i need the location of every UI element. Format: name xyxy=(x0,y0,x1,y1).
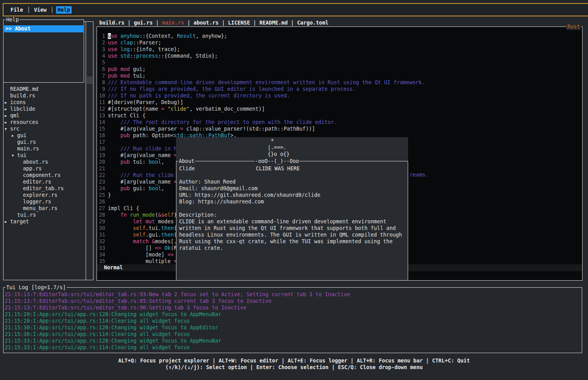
explorer-scrollbar-track[interactable] xyxy=(86,21,93,280)
tree-item-gui[interactable]: ▶gui xyxy=(12,132,26,139)
editor-tab-bar: build.rs | gui.rs | main.rs | about.rs |… xyxy=(99,19,329,26)
code-token: pub xyxy=(108,66,117,72)
tree-item-src[interactable]: ▼src xyxy=(5,125,19,132)
line-number: 28 xyxy=(99,212,105,218)
tree-item-icons[interactable]: ▶icons xyxy=(5,99,26,106)
tab-readme-md[interactable]: README.md xyxy=(259,20,288,26)
tab-separator: | xyxy=(250,20,259,26)
tab-license[interactable]: LICENSE xyxy=(228,20,250,26)
code-line: 20 pub tui: bool, xyxy=(99,159,164,165)
tree-item-app-rs[interactable]: app.rs xyxy=(18,165,42,172)
menu-item-view[interactable]: View xyxy=(32,6,48,14)
chevron-right-icon[interactable]: ▶ xyxy=(5,106,10,113)
code-token: bool xyxy=(149,186,161,191)
tree-item-menu-bar-rs[interactable]: menu_bar.rs xyxy=(18,205,58,212)
tree-item-explorer-rs[interactable]: explorer.rs xyxy=(18,192,58,198)
code-token: [] xyxy=(108,245,155,251)
tree-item-logger-rs[interactable]: logger.rs xyxy=(18,198,51,205)
code-token: /// Run the clide xyxy=(108,172,177,178)
code-token: #[derive(Parser, Debug)] xyxy=(108,99,183,105)
log-entry: 21:15:13:T:EditorTab:src/tui/editor_tab.… xyxy=(5,304,246,311)
code-token: gui: xyxy=(130,186,148,191)
code-token: /// Extendable command-line driven devel… xyxy=(108,80,425,85)
code-token: self xyxy=(133,232,146,238)
about-content-line xyxy=(179,172,405,179)
chevron-down-icon[interactable]: ▼ xyxy=(5,126,10,133)
code-token: pub xyxy=(120,159,130,165)
tree-item-editor-rs[interactable]: editor.rs xyxy=(18,179,51,185)
menu-item-help[interactable]: Help xyxy=(56,6,72,14)
code-token: = xyxy=(180,126,183,132)
chevron-down-icon[interactable]: ▼ xyxy=(12,152,17,159)
tree-item-tui-rs[interactable]: tui.rs xyxy=(12,212,36,218)
tree-item-editor-tab-rs[interactable]: editor_tab.rs xyxy=(18,185,64,192)
code-token: clap::value_parser!(std::path::PathBuf))… xyxy=(183,126,315,132)
code-token xyxy=(108,232,133,238)
about-content-line: Rust using the cxx-qt crate, while the T… xyxy=(179,238,405,245)
explorer-scrollbar-thumb[interactable] xyxy=(87,76,93,84)
log-entry: 21:15:20:I:App:src/tui/app.rs:128:Changi… xyxy=(5,311,221,318)
code-token: multiple xyxy=(108,258,174,264)
code-token: ( xyxy=(155,212,158,218)
line-number: 3 xyxy=(99,46,105,53)
tree-item-target[interactable]: ▶target xyxy=(5,218,29,225)
about-content-line: Clide xyxy=(179,165,405,172)
tree-item-label: editor_tab.rs xyxy=(23,186,64,191)
file-tree: README.mdbuild.rs▶icons▶libclide▶qml▶res… xyxy=(4,86,85,280)
tree-item-label: tui xyxy=(17,152,26,158)
code-line: 12#[structopt(name = "clide", verbatim_d… xyxy=(99,106,265,112)
menu-item-file[interactable]: File xyxy=(9,6,25,14)
chevron-right-icon[interactable]: ▶ xyxy=(5,113,10,119)
log-entry: 21:15:30:I:App:src/tui/app.rs:128:Changi… xyxy=(5,324,218,331)
code-line: 29 let mut modes xyxy=(99,218,177,225)
tab-gui-rs[interactable]: gui.rs xyxy=(134,20,153,26)
code-token: impl Cli { xyxy=(108,205,139,211)
code-token: anyhow xyxy=(120,33,139,39)
editor-mode-label: Normal xyxy=(104,265,123,270)
tree-item-libclide[interactable]: ▶libclide xyxy=(5,106,35,112)
line-number: 24 xyxy=(99,185,105,192)
about-content-line: headless Linux environments. The GUI is … xyxy=(179,232,405,238)
chevron-right-icon[interactable]: ▶ xyxy=(12,133,17,139)
code-token xyxy=(108,219,133,224)
code-token: , xyxy=(161,159,164,165)
about-content: ClideAuthor: Shaun ReedEmail: shaunrd0@g… xyxy=(179,165,405,251)
dropdown-item-about[interactable]: >> About xyxy=(4,25,83,32)
line-number: 23 xyxy=(99,179,105,185)
line-number: 26 xyxy=(99,198,105,205)
help-dropdown: Help >> About xyxy=(3,19,84,83)
code-line: 3use log::{info, trace}; xyxy=(99,46,180,53)
code-token: fn xyxy=(120,212,127,218)
line-number: 2 xyxy=(99,39,105,46)
text-cursor: u xyxy=(108,33,111,39)
tab-main-rs[interactable]: main.rs xyxy=(162,20,184,26)
log-entry: 21:15:13:T:EditorTab:src/tui/editor_tab.… xyxy=(5,291,350,298)
code-line: 18 /// Run clide in h xyxy=(99,145,177,152)
chevron-right-icon[interactable]: ▶ xyxy=(5,219,10,225)
line-number: 31 xyxy=(99,232,105,238)
about-ascii-art: * |.===. {}o o{} xyxy=(176,137,408,161)
chevron-right-icon[interactable]: ▶ xyxy=(5,119,10,126)
tree-item-about-rs[interactable]: about.rs xyxy=(18,159,48,165)
tab-build-rs[interactable]: build.rs xyxy=(99,20,125,26)
tree-item-qml[interactable]: ▶qml xyxy=(5,112,19,119)
code-line: 1use anyhow::{Context, Result, anyhow}; xyxy=(99,33,227,39)
tab-cargo-toml[interactable]: Cargo.toml xyxy=(297,20,329,26)
tree-item-build-rs[interactable]: build.rs xyxy=(5,92,35,99)
line-number: 6 xyxy=(99,66,105,72)
tree-item-main-rs[interactable]: main.rs xyxy=(12,145,39,152)
code-token: run_mode xyxy=(130,212,155,218)
chevron-right-icon[interactable]: ▶ xyxy=(5,99,10,106)
tree-item-label: menu_bar.rs xyxy=(23,205,58,211)
code-line: 25} xyxy=(99,192,111,198)
line-number: 16 xyxy=(99,132,105,139)
tree-item-resources[interactable]: ▶resources xyxy=(5,119,39,125)
tab-about-rs[interactable]: about.rs xyxy=(194,20,219,26)
tree-item-component-rs[interactable]: component.rs xyxy=(18,172,61,179)
tree-item-gui-rs[interactable]: gui.rs xyxy=(12,139,36,145)
code-token: mod xyxy=(120,66,130,72)
tree-item-tui[interactable]: ▼tui xyxy=(12,152,26,159)
code-token: /// If no path is provided, the current … xyxy=(108,93,290,99)
line-number: 9 xyxy=(99,86,105,92)
tree-item-readme-md[interactable]: README.md xyxy=(5,86,39,92)
